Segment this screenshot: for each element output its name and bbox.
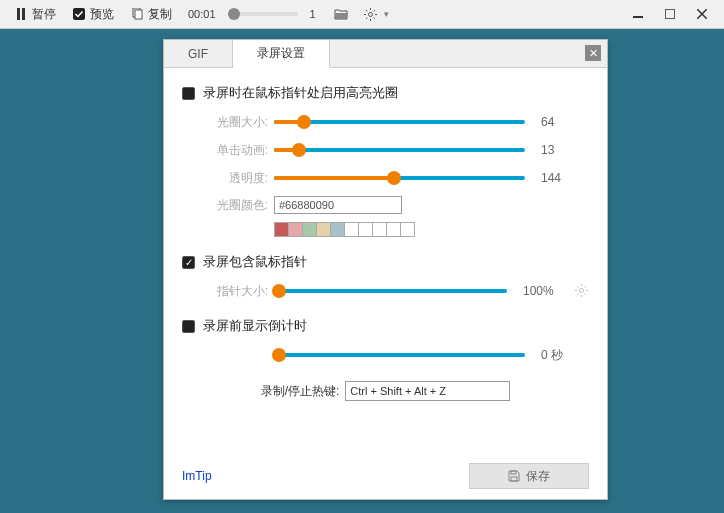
pointer-size-value: 100% bbox=[523, 284, 571, 298]
gear-icon bbox=[364, 7, 378, 21]
dialog-close-button[interactable]: ✕ bbox=[585, 45, 601, 61]
size-slider[interactable] bbox=[274, 112, 525, 132]
color-swatch[interactable] bbox=[344, 222, 359, 237]
color-swatch[interactable] bbox=[316, 222, 331, 237]
dialog-content: 录屏时在鼠标指针处启用高亮光圈 光圈大小: 64 单击动画: 13 透明度: 1… bbox=[164, 68, 607, 453]
color-swatch[interactable] bbox=[330, 222, 345, 237]
opacity-value: 144 bbox=[541, 171, 589, 185]
preview-button[interactable]: 预览 bbox=[66, 3, 120, 26]
opacity-label: 透明度: bbox=[202, 170, 268, 187]
folder-icon bbox=[334, 7, 348, 21]
maximize-button[interactable] bbox=[656, 3, 684, 25]
svg-rect-7 bbox=[665, 9, 675, 19]
color-input[interactable] bbox=[274, 196, 402, 214]
click-label: 单击动画: bbox=[202, 142, 268, 159]
click-slider[interactable] bbox=[274, 140, 525, 160]
click-value: 13 bbox=[541, 143, 589, 157]
main-toolbar: 暂停 预览 复制 00:01 1 ▾ bbox=[0, 0, 724, 29]
pointer-gear-icon[interactable] bbox=[575, 284, 589, 298]
pointer-size-label: 指针大小: bbox=[202, 283, 268, 300]
countdown-value: 0 秒 bbox=[541, 347, 589, 364]
section-countdown: 录屏前显示倒计时 0 秒 bbox=[182, 317, 589, 365]
color-swatch[interactable] bbox=[358, 222, 373, 237]
pause-label: 暂停 bbox=[32, 6, 56, 23]
hotkey-input[interactable] bbox=[345, 381, 510, 401]
opacity-slider[interactable] bbox=[274, 168, 525, 188]
copy-icon bbox=[130, 7, 144, 21]
preview-label: 预览 bbox=[90, 6, 114, 23]
svg-rect-10 bbox=[511, 477, 517, 481]
save-icon bbox=[508, 470, 520, 482]
countdown-slider[interactable] bbox=[274, 345, 525, 365]
color-swatch[interactable] bbox=[302, 222, 317, 237]
save-label: 保存 bbox=[526, 468, 550, 485]
tab-record-settings[interactable]: 录屏设置 bbox=[233, 40, 330, 68]
pointer-checkbox[interactable] bbox=[182, 256, 195, 269]
imtip-link[interactable]: ImTip bbox=[182, 469, 212, 483]
color-swatch[interactable] bbox=[372, 222, 387, 237]
chevron-down-icon: ▾ bbox=[384, 9, 389, 19]
svg-rect-6 bbox=[633, 16, 643, 18]
highlight-title: 录屏时在鼠标指针处启用高亮光圈 bbox=[203, 84, 398, 102]
time-display: 00:01 bbox=[188, 8, 216, 20]
save-button[interactable]: 保存 bbox=[469, 463, 589, 489]
check-icon bbox=[72, 7, 86, 21]
color-swatch[interactable] bbox=[400, 222, 415, 237]
tab-bar: GIF 录屏设置 ✕ bbox=[164, 40, 607, 68]
size-label: 光圈大小: bbox=[202, 114, 268, 131]
section-pointer: 录屏包含鼠标指针 指针大小: 100% bbox=[182, 253, 589, 301]
svg-rect-2 bbox=[73, 8, 85, 20]
color-swatch[interactable] bbox=[274, 222, 289, 237]
copy-button[interactable]: 复制 bbox=[124, 3, 178, 26]
pause-button[interactable]: 暂停 bbox=[8, 3, 62, 26]
pointer-title: 录屏包含鼠标指针 bbox=[203, 253, 307, 271]
frame-count: 1 bbox=[310, 8, 316, 20]
close-button[interactable] bbox=[688, 3, 716, 25]
hotkey-label: 录制/停止热键: bbox=[261, 383, 340, 400]
svg-rect-9 bbox=[511, 471, 516, 474]
countdown-checkbox[interactable] bbox=[182, 320, 195, 333]
settings-button[interactable]: ▾ bbox=[358, 4, 395, 24]
size-value: 64 bbox=[541, 115, 589, 129]
color-swatch[interactable] bbox=[288, 222, 303, 237]
color-swatches bbox=[274, 222, 589, 237]
tab-gif[interactable]: GIF bbox=[164, 40, 233, 67]
countdown-title: 录屏前显示倒计时 bbox=[203, 317, 307, 335]
section-highlight: 录屏时在鼠标指针处启用高亮光圈 光圈大小: 64 单击动画: 13 透明度: 1… bbox=[182, 84, 589, 237]
svg-rect-0 bbox=[17, 8, 20, 20]
svg-point-5 bbox=[369, 12, 373, 16]
open-button[interactable] bbox=[328, 4, 354, 24]
svg-rect-4 bbox=[135, 10, 142, 19]
color-swatch[interactable] bbox=[386, 222, 401, 237]
highlight-checkbox[interactable] bbox=[182, 87, 195, 100]
seek-slider[interactable] bbox=[228, 12, 298, 16]
pointer-size-slider[interactable] bbox=[274, 281, 507, 301]
settings-dialog: GIF 录屏设置 ✕ 录屏时在鼠标指针处启用高亮光圈 光圈大小: 64 单击动画… bbox=[163, 39, 608, 500]
minimize-button[interactable] bbox=[624, 3, 652, 25]
color-label: 光圈颜色: bbox=[202, 197, 268, 214]
copy-label: 复制 bbox=[148, 6, 172, 23]
svg-point-8 bbox=[580, 289, 584, 293]
dialog-footer: ImTip 保存 bbox=[164, 453, 607, 499]
pause-icon bbox=[14, 7, 28, 21]
svg-rect-1 bbox=[22, 8, 25, 20]
